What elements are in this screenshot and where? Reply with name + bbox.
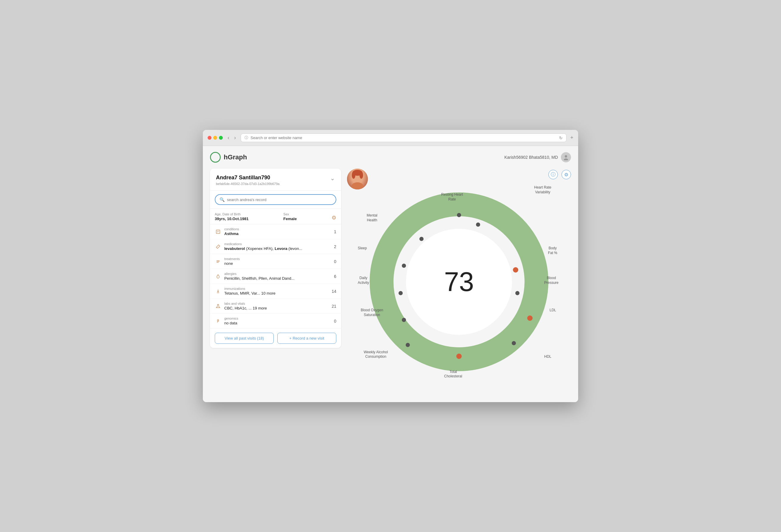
record-value: no data [224, 321, 327, 325]
data-point-mental-health [419, 237, 423, 241]
record-count: 0 [330, 259, 336, 264]
user-info: Karish56902 Bhata5810, MD [504, 152, 571, 162]
record-visit-button[interactable]: + Record a new visit [277, 333, 336, 344]
record-category: conditions [224, 227, 327, 231]
data-point-heart-rate-var [476, 222, 480, 227]
data-point-daily-activity [399, 291, 403, 295]
logo-text: hGraph [224, 153, 247, 161]
immunizations-icon [215, 289, 221, 294]
data-point-resting-heart-rate [457, 213, 461, 217]
data-point-ldl [527, 316, 533, 321]
nav-buttons: ‹ › [227, 134, 237, 141]
record-count: 1 [330, 229, 336, 234]
patient-card: Andrea7 Santillan790 befab5de-46562-37da… [210, 169, 341, 348]
traffic-lights [208, 136, 223, 140]
list-item[interactable]: allergiesPenicillin, Shellfish, Pllen, A… [210, 269, 341, 284]
settings-icon-button[interactable]: ⚙ [562, 170, 571, 179]
record-category: genomics [224, 317, 327, 320]
label-weekly-alcohol: Weekly AlcoholConsumption [364, 350, 388, 359]
record-count: 2 [330, 244, 336, 249]
right-panel: ⓘ ⚙ [347, 169, 571, 383]
record-content: genomicsno data [224, 317, 327, 325]
search-input-wrap[interactable]: 🔍 [215, 194, 336, 205]
record-value: Asthma [224, 232, 327, 236]
svg-point-15 [360, 172, 363, 179]
svg-point-14 [352, 172, 355, 179]
svg-point-1 [564, 159, 568, 160]
label-ldl: LDL [549, 308, 556, 313]
record-category: allergies [224, 272, 327, 276]
list-item[interactable]: genomicsno data0 [210, 314, 341, 328]
close-button[interactable] [208, 136, 211, 140]
sex-group: Sex Female [283, 212, 297, 221]
info-icon: ⓘ [245, 135, 248, 140]
svg-point-0 [565, 155, 567, 158]
svg-rect-2 [216, 230, 220, 234]
patient-identity: Andrea7 Santillan790 befab5de-46562-37da… [216, 174, 279, 186]
record-content: conditionsAsthma [224, 227, 327, 236]
user-name: Karish56902 Bhata5810, MD [504, 155, 558, 160]
logo: hGraph [210, 152, 247, 163]
record-content: allergiesPenicillin, Shellfish, Pllen, A… [224, 272, 327, 281]
record-category: treatments [224, 257, 327, 261]
list-item[interactable]: treatmentsnone0 [210, 254, 341, 269]
label-heart-rate-variability: Heart RateVariability [534, 185, 551, 195]
record-list: conditionsAsthma1medicationslevabuterol … [210, 224, 341, 328]
labs-and-vitals-icon [215, 304, 221, 309]
view-visits-button[interactable]: View all past visits (18) [215, 333, 274, 344]
user-avatar [561, 152, 571, 162]
back-button[interactable]: ‹ [227, 134, 231, 141]
genomics-icon [215, 319, 221, 324]
hgraph-score: 73 [444, 267, 474, 297]
settings-gear-icon[interactable]: ⚙ [332, 214, 336, 221]
label-body-fat: BodyFat % [548, 246, 557, 255]
age-value: 39yrs, 10.Oct.1981 [215, 216, 248, 221]
app-header: hGraph Karish56902 Bhata5810, MD [210, 152, 571, 163]
maximize-button[interactable] [219, 136, 223, 140]
url-input[interactable] [250, 135, 557, 140]
age-label: Age, Date of Birth [215, 212, 248, 216]
record-category: medications [224, 242, 327, 246]
record-count: 14 [330, 289, 336, 294]
data-point-total-cholesterol [456, 354, 462, 359]
label-daily-activity: DailyActivity [358, 276, 369, 285]
label-total-cholesterol: TotalCholesteral [444, 370, 462, 379]
record-value: none [224, 261, 327, 266]
list-item[interactable]: conditionsAsthma1 [210, 224, 341, 239]
record-content: medicationslevabuterol (Xopenex HFA), Le… [224, 242, 327, 251]
sex-value: Female [283, 216, 297, 221]
minimize-button[interactable] [213, 136, 217, 140]
patient-id: befab5de-46562-37da-07d3-1a2b199b679a [216, 182, 279, 186]
record-category: labs and vitals [224, 302, 327, 305]
record-count: 0 [330, 319, 336, 324]
record-count: 6 [330, 274, 336, 279]
refresh-icon[interactable]: ↻ [559, 135, 563, 140]
logo-icon [210, 152, 221, 163]
browser-window: ‹ › ⓘ ↻ + hGraph Karish56902 Bhata5810, … [203, 130, 578, 402]
browser-chrome: ‹ › ⓘ ↻ + [203, 130, 578, 146]
patient-name: Andrea7 Santillan790 [216, 174, 279, 181]
address-bar[interactable]: ⓘ ↻ [241, 133, 567, 142]
list-item[interactable]: labs and vitalsCBC, HbA1c, ... 19 more21 [210, 299, 341, 314]
forward-button[interactable]: › [233, 134, 237, 141]
label-blood-oxygen: Blood OxygenSaturation [361, 308, 383, 317]
data-point-blood-pressure [515, 291, 520, 295]
data-point-body-fat [513, 267, 518, 273]
search-icon: 🔍 [219, 197, 224, 202]
new-tab-icon[interactable]: + [570, 135, 573, 141]
data-point-sleep [402, 263, 406, 268]
list-item[interactable]: medicationslevabuterol (Xopenex HFA), Le… [210, 239, 341, 254]
chevron-down-icon[interactable]: ⌄ [330, 174, 335, 182]
record-count: 21 [330, 304, 336, 309]
conditions-icon [215, 229, 221, 234]
sex-label: Sex [283, 212, 297, 216]
label-blood-pressure: BloodPressure [544, 276, 559, 285]
search-input[interactable] [227, 198, 332, 202]
hgraph-container: Heart RateVariability Resting HeartRate … [358, 180, 560, 383]
patient-header: Andrea7 Santillan790 befab5de-46562-37da… [210, 169, 341, 191]
allergies-icon [215, 274, 221, 279]
info-icon-button[interactable]: ⓘ [548, 170, 558, 179]
record-value: CBC, HbA1c, ... 19 more [224, 306, 327, 311]
record-category: immunizations [224, 287, 327, 290]
list-item[interactable]: immunizationsTetanus, MMR, Var... 10 mor… [210, 284, 341, 299]
